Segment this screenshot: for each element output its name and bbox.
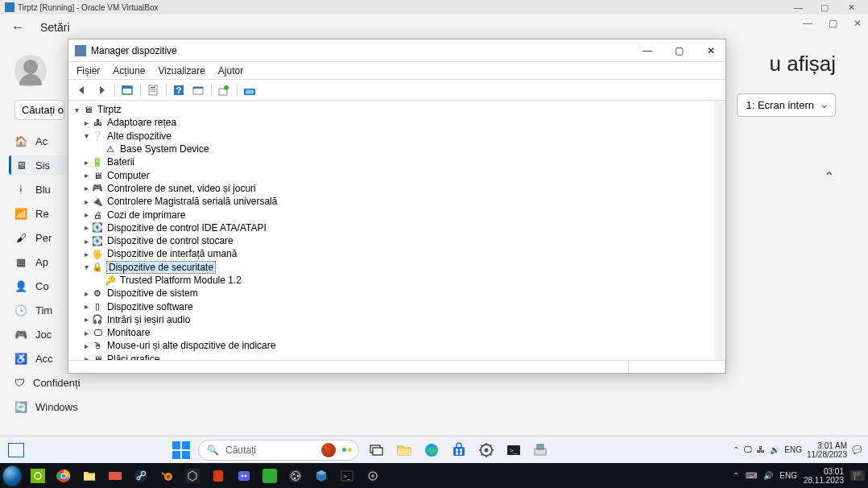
- settings-minimize[interactable]: —: [803, 18, 812, 29]
- tb-properties-icon[interactable]: [144, 82, 162, 98]
- tb-scan-icon[interactable]: [189, 82, 207, 98]
- menu-fișier[interactable]: Fișier: [76, 65, 100, 77]
- tray-chevron-icon[interactable]: ⌃: [733, 445, 739, 454]
- tray-clock[interactable]: 3:01 AM 11/28/2023: [807, 441, 847, 459]
- settings-search[interactable]: Căutați o: [14, 100, 64, 120]
- dm-minimize[interactable]: —: [633, 39, 662, 62]
- tree-twisty[interactable]: ▸: [81, 237, 91, 246]
- tb-uninstall-icon[interactable]: [241, 82, 258, 98]
- tree-twisty[interactable]: ▸: [81, 341, 91, 350]
- tree-root[interactable]: ▾🖥Tirptz: [68, 103, 714, 116]
- display-select[interactable]: 1: Ecran intern: [737, 93, 836, 117]
- tree-row[interactable]: ▸▯Dispozitive software: [68, 300, 714, 312]
- tree-row[interactable]: ▸🖥Plăci grafice: [68, 353, 714, 360]
- host-lang[interactable]: ENG: [779, 471, 797, 480]
- tray-lang[interactable]: ENG: [784, 445, 802, 454]
- explorer-icon[interactable]: [395, 440, 414, 460]
- tree-row[interactable]: ▸⚙Dispozitive de sistem: [68, 287, 714, 300]
- tree-row[interactable]: ▸🎧Intrări și ieșiri audio: [68, 313, 714, 326]
- dm-titlebar[interactable]: Manager dispozitive — ▢ ✕: [68, 39, 725, 62]
- tree-row[interactable]: ▾🔒Dispozitive de securitate: [68, 261, 714, 274]
- tree-twisty[interactable]: ▸: [81, 302, 91, 311]
- tray-network-icon[interactable]: 🖧: [757, 445, 765, 454]
- tb-help-icon[interactable]: ?: [170, 82, 188, 98]
- tree-twisty[interactable]: ▸: [81, 197, 91, 206]
- tree-twisty[interactable]: ▸: [81, 354, 91, 360]
- tree-row[interactable]: ▸🔋Baterii: [68, 155, 714, 168]
- notifications-icon[interactable]: 💬: [852, 445, 862, 454]
- tree-twisty[interactable]: ▸: [81, 250, 91, 258]
- menu-acțiune[interactable]: Acțiune: [113, 65, 145, 77]
- tree-row[interactable]: ▸🖨Cozi de imprimare: [68, 208, 714, 221]
- nav-privacy[interactable]: 🛡Confidențialitate și securitate: [14, 373, 81, 392]
- back-button[interactable]: ←: [11, 20, 24, 35]
- tb-update-driver-icon[interactable]: [215, 82, 233, 98]
- host-start-icon[interactable]: [3, 467, 21, 485]
- tree-twisty[interactable]: ▸: [81, 223, 91, 232]
- tree-row[interactable]: ▸🎮Controlere de sunet, video și jocuri: [68, 182, 714, 195]
- host-tray-chevron-icon[interactable]: ⌃: [733, 471, 739, 480]
- section-expand[interactable]: ⌃: [824, 169, 834, 184]
- tree-row[interactable]: ▸💽Dispozitive de control stocare: [68, 234, 714, 247]
- tree-twisty[interactable]: ▸: [81, 289, 91, 298]
- store-icon[interactable]: [449, 440, 469, 460]
- host-obs-icon[interactable]: [287, 467, 304, 485]
- menu-ajutor[interactable]: Ajutor: [218, 65, 243, 77]
- tree-twisty[interactable]: ▸: [81, 329, 91, 337]
- tree-row[interactable]: ▸🖥Computer: [68, 168, 714, 181]
- start-button[interactable]: [172, 441, 190, 459]
- tree-twisty[interactable]: ▾: [81, 263, 91, 271]
- tree-row[interactable]: ▸🖐Dispozitive de interfață umană: [68, 247, 714, 260]
- dm-maximize[interactable]: ▢: [665, 39, 694, 62]
- host-app2-icon[interactable]: [261, 467, 279, 485]
- host-explorer-icon[interactable]: [81, 467, 98, 485]
- vbox-minimize[interactable]: —: [786, 2, 810, 12]
- widgets-button[interactable]: [8, 443, 24, 457]
- tree-twisty[interactable]: ▾: [81, 131, 91, 140]
- tree-row[interactable]: ▸🔌Controlere Magistrală serială universa…: [68, 195, 714, 208]
- tree-twisty[interactable]: ▸: [81, 158, 91, 167]
- tree-row[interactable]: ▸🖧Adaptoare rețea: [68, 116, 714, 129]
- host-tray-keyboard-icon[interactable]: ⌨: [746, 471, 757, 480]
- taskbar-settings-icon[interactable]: [477, 440, 496, 460]
- tree-twisty[interactable]: ▸: [81, 118, 91, 127]
- settings-close[interactable]: ✕: [854, 18, 862, 29]
- tb-forward-icon[interactable]: [93, 82, 110, 98]
- menu-vizualizare[interactable]: Vizualizare: [158, 65, 205, 77]
- edge-icon[interactable]: [422, 440, 441, 460]
- taskview-icon[interactable]: [367, 440, 386, 460]
- tree-row[interactable]: ▾❔Alte dispozitive: [68, 130, 714, 143]
- tb-show-hidden-icon[interactable]: [118, 82, 136, 98]
- tb-back-icon[interactable]: [73, 82, 91, 98]
- tree-row[interactable]: ▸🖱Mouse-uri și alte dispozitive de indic…: [68, 339, 714, 352]
- host-clock[interactable]: 03:01 28.11.2023: [804, 467, 844, 485]
- host-cmd-icon[interactable]: >_: [338, 467, 356, 485]
- tree-row[interactable]: ▸🖵Monitoare: [68, 326, 714, 339]
- tray-display-icon[interactable]: 🖵: [744, 445, 752, 454]
- tree-row[interactable]: ▸💽Dispozitive de control IDE ATA/ATAPI: [68, 221, 714, 234]
- host-notification-icon[interactable]: 🏴: [850, 470, 865, 481]
- host-chrome-icon[interactable]: [55, 467, 72, 485]
- host-blender-icon[interactable]: [158, 467, 176, 485]
- dm-close[interactable]: ✕: [696, 39, 725, 62]
- tree-twisty[interactable]: ▸: [81, 171, 91, 180]
- nav-update[interactable]: 🔄Windows Update: [14, 397, 81, 416]
- dm-tree[interactable]: ▾🖥Tirptz▸🖧Adaptoare rețea▾❔Alte dispozit…: [68, 101, 725, 360]
- host-steam-icon[interactable]: [132, 467, 150, 485]
- terminal-icon[interactable]: >_: [504, 440, 523, 460]
- host-office-icon[interactable]: [209, 467, 227, 485]
- host-tray-volume-icon[interactable]: 🔊: [763, 471, 773, 480]
- tree-row[interactable]: ⚠Base System Device: [68, 143, 714, 155]
- host-unity-icon[interactable]: [184, 467, 201, 485]
- tree-twisty[interactable]: ▸: [81, 184, 91, 192]
- devicemanager-taskbar-icon[interactable]: [531, 440, 551, 460]
- tray-volume-icon[interactable]: 🔊: [770, 445, 779, 454]
- tree-twisty[interactable]: ▸: [81, 210, 91, 219]
- vbox-maximize[interactable]: ▢: [812, 2, 837, 13]
- tree-row[interactable]: 🔑Trusted Platform Module 1.2: [68, 274, 714, 287]
- host-discord-icon[interactable]: [235, 467, 253, 485]
- taskbar-search[interactable]: 🔍 Căutați: [198, 440, 359, 461]
- host-settings-icon[interactable]: [364, 467, 382, 485]
- tree-twisty[interactable]: ▸: [81, 315, 91, 324]
- settings-maximize[interactable]: ▢: [829, 18, 837, 29]
